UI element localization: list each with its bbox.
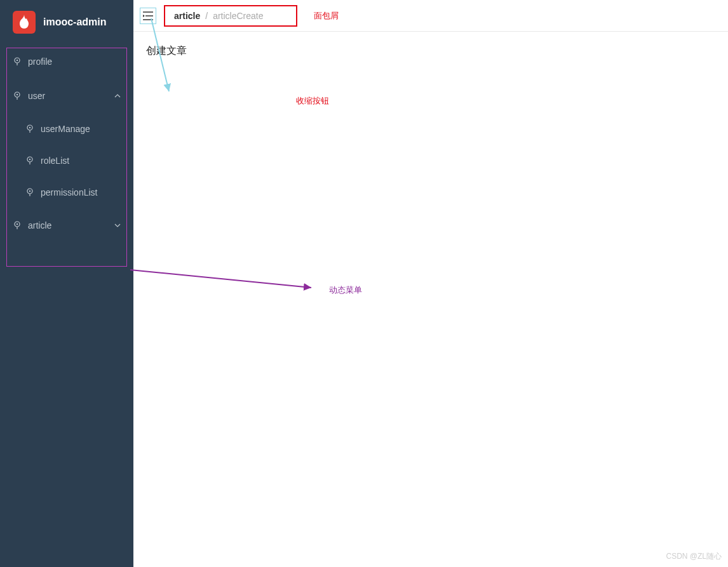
hamburger-icon xyxy=(143,11,153,20)
annotation-collapse: 收缩按钮 xyxy=(296,95,329,107)
sidebar-item-label: roleList xyxy=(41,156,121,166)
pin-icon xyxy=(25,124,34,133)
chevron-up-icon xyxy=(114,91,121,101)
svg-point-7 xyxy=(29,159,30,160)
sidebar-item-permissionlist[interactable]: permissionList xyxy=(0,177,133,208)
main: article / articleCreate 面包屑 创建文章 收缩按钮 动态… xyxy=(133,0,728,567)
sidebar: imooc-admin profile user userManage role… xyxy=(0,0,133,567)
pin-icon xyxy=(25,188,34,197)
page-title: 创建文章 xyxy=(146,44,715,58)
sidebar-item-rolelist[interactable]: roleList xyxy=(0,145,133,177)
sidebar-item-label: user xyxy=(28,91,114,101)
svg-point-1 xyxy=(17,60,18,61)
annotation-arrow-menu-icon xyxy=(127,267,324,298)
breadcrumb-first[interactable]: article xyxy=(174,11,200,21)
collapse-button[interactable] xyxy=(140,8,156,24)
svg-point-3 xyxy=(17,94,18,95)
content: 创建文章 xyxy=(133,32,728,70)
sidebar-item-usermanage[interactable]: userManage xyxy=(0,113,133,145)
sidebar-item-label: article xyxy=(28,220,114,230)
annotation-menu: 动态菜单 xyxy=(329,284,362,296)
flame-icon xyxy=(13,11,36,34)
sidebar-menu: profile user userManage roleList permiss… xyxy=(0,44,133,243)
logo-row: imooc-admin xyxy=(0,0,133,44)
topbar: article / articleCreate 面包屑 xyxy=(133,0,728,32)
sidebar-item-user[interactable]: user xyxy=(0,79,133,113)
svg-point-5 xyxy=(29,127,30,128)
sidebar-item-article[interactable]: article xyxy=(0,208,133,243)
annotation-breadcrumb: 面包屑 xyxy=(314,10,339,22)
pin-icon xyxy=(13,221,22,230)
breadcrumb-separator: / xyxy=(205,11,208,21)
svg-point-9 xyxy=(29,190,30,192)
pin-icon xyxy=(13,91,22,100)
breadcrumb: article / articleCreate xyxy=(164,5,297,27)
sidebar-item-label: permissionList xyxy=(41,187,121,197)
app-title: imooc-admin xyxy=(43,17,107,28)
svg-line-13 xyxy=(130,270,311,288)
pin-icon xyxy=(13,57,22,66)
chevron-down-icon xyxy=(114,220,121,230)
sidebar-item-profile[interactable]: profile xyxy=(0,44,133,79)
svg-point-11 xyxy=(17,223,18,225)
watermark: CSDN @ZL随心 xyxy=(666,551,722,562)
breadcrumb-second: articleCreate xyxy=(213,11,263,21)
sidebar-item-label: profile xyxy=(28,57,121,67)
pin-icon xyxy=(25,156,34,165)
sidebar-item-label: userManage xyxy=(41,124,121,134)
